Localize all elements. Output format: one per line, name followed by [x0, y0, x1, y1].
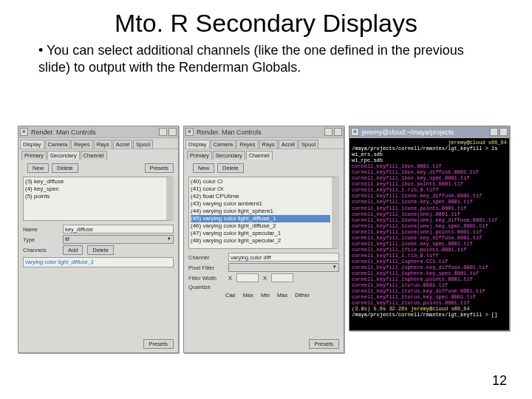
- list-item[interactable]: (44) varying color light_sphere1: [191, 208, 330, 215]
- toolbar-a: New Delete Presets: [18, 161, 178, 175]
- channel-label: Channel: [188, 254, 224, 261]
- delete-button[interactable]: Delete: [217, 163, 244, 173]
- tab-reyes[interactable]: Reyes: [71, 140, 92, 149]
- q-max2: Max: [277, 292, 287, 299]
- list-item[interactable]: (47) varying color light_specular_1: [191, 230, 330, 237]
- list-item[interactable]: (5) points: [25, 193, 165, 200]
- list-item[interactable]: (3) key_diffuse: [25, 178, 165, 185]
- tabs-a: Display Camera Reyes Rays Accel Spool: [18, 138, 178, 149]
- pixelfilter-select[interactable]: [228, 263, 339, 272]
- toolbar-label: [23, 165, 24, 171]
- tab-spool[interactable]: Spool: [299, 140, 318, 149]
- page-number: 12: [492, 373, 507, 389]
- list-item[interactable]: (46) varying color light_diffuse_2: [191, 222, 330, 230]
- add-button[interactable]: Add: [63, 245, 83, 255]
- subtab-primary[interactable]: Primary: [21, 151, 47, 160]
- tab-spool[interactable]: Spool: [133, 140, 153, 149]
- renderman-window-a: × Render. Man Controls Display Camera Re…: [18, 126, 179, 353]
- tab-display[interactable]: Display: [20, 140, 44, 149]
- maximize-icon[interactable]: [499, 128, 508, 136]
- minimize-icon[interactable]: [490, 128, 498, 136]
- terminal-title: jeremy@cloud:~/maya/projects: [362, 129, 490, 136]
- list-item[interactable]: (43) varying color ambient1: [191, 200, 330, 208]
- pixelfilter-label: Pixel Filter: [188, 265, 224, 271]
- x-label: X: [228, 275, 232, 282]
- subtab-secondary[interactable]: Secondary: [213, 151, 245, 160]
- window-title-a: Render. Man Controls: [31, 129, 159, 136]
- tab-accel[interactable]: Accel: [113, 140, 132, 149]
- subtabs-b: Primary Secondary Channel: [184, 149, 344, 161]
- q-cae: Cae: [225, 292, 236, 299]
- type-select[interactable]: tif: [63, 235, 174, 244]
- minimize-icon[interactable]: [324, 128, 332, 136]
- terminal-titlebar[interactable]: × jeremy@cloud:~/maya/projects: [349, 126, 509, 138]
- list-item[interactable]: (4) key_spec: [25, 185, 165, 193]
- list-item[interactable]: (48) varying color light_specular_2: [191, 237, 330, 245]
- renderman-window-b: × Render. Man Controls Display Camera Re…: [183, 126, 344, 353]
- slide-bullet: You can select additional channels (like…: [0, 41, 532, 86]
- tab-rays[interactable]: Rays: [259, 140, 278, 149]
- quantize-label: Quantize: [188, 284, 224, 290]
- channel-input[interactable]: varying color diff: [228, 253, 339, 262]
- list-item[interactable]: (40) color Ci: [191, 178, 330, 185]
- close-icon[interactable]: ×: [185, 128, 194, 136]
- panels-row: × Render. Man Controls Display Camera Re…: [18, 126, 514, 353]
- q-min: Min: [261, 292, 270, 299]
- tab-reyes[interactable]: Reyes: [236, 140, 258, 149]
- filter-y-input[interactable]: [271, 273, 293, 282]
- displays-list-a[interactable]: (3) key_diffuse(4) key_spec(5) points: [23, 177, 174, 221]
- q-max: Max: [243, 292, 253, 299]
- presets-button[interactable]: Presets: [145, 163, 174, 173]
- maximize-icon[interactable]: [168, 128, 177, 136]
- terminal-body[interactable]: jeremy@cloud x86_64/maya/projects/cornel…: [349, 138, 509, 330]
- subtab-channel[interactable]: Channel: [81, 151, 107, 160]
- minimize-icon[interactable]: [159, 128, 167, 136]
- slide-title: Mto. R Secondary Displays: [0, 0, 532, 41]
- toolbar-b: New Delete: [184, 161, 344, 175]
- tabs-b: Display Camera Reyes Rays Accel Spool: [184, 138, 344, 149]
- name-label: Name: [23, 226, 58, 233]
- y-label: X: [263, 275, 267, 282]
- channels-label: Channels: [23, 247, 58, 253]
- subtab-primary[interactable]: Primary: [187, 151, 212, 160]
- tab-camera[interactable]: Camera: [211, 140, 236, 149]
- list-item[interactable]: (42) float CPUtime: [191, 193, 330, 200]
- filterwidth-label: Filter Width: [188, 275, 224, 282]
- name-input[interactable]: key_diffuse: [63, 225, 174, 233]
- list-item[interactable]: (41) color Oi: [191, 185, 330, 193]
- tab-accel[interactable]: Accel: [279, 140, 298, 149]
- close-icon[interactable]: ×: [20, 128, 28, 136]
- filter-x-input[interactable]: [236, 273, 259, 282]
- presets-footer-a[interactable]: Presets: [143, 339, 174, 349]
- presets-footer-b[interactable]: Presets: [309, 339, 339, 349]
- channels-list-b[interactable]: (40) color Ci(41) color Oi(42) float CPU…: [188, 177, 339, 249]
- subtab-channel[interactable]: Channel: [246, 151, 273, 160]
- window-title-b: Render. Man Controls: [197, 129, 324, 136]
- tab-display[interactable]: Display: [185, 140, 210, 149]
- new-button[interactable]: New: [193, 163, 214, 173]
- tab-rays[interactable]: Rays: [94, 140, 112, 149]
- list-item[interactable]: (45) varying color light_diffuse_1: [191, 215, 330, 222]
- subtab-secondary[interactable]: Secondary: [47, 151, 80, 160]
- output-channel-line: varying color light_diffuse_1: [23, 257, 174, 267]
- terminal-window: × jeremy@cloud:~/maya/projects jeremy@cl…: [349, 126, 510, 331]
- type-label: Type: [23, 236, 58, 243]
- delete-chan-button[interactable]: Delete: [87, 245, 114, 255]
- subtabs-a: Primary Secondary Channel: [18, 149, 178, 161]
- q-dither: Dither: [295, 292, 310, 299]
- tab-camera[interactable]: Camera: [45, 140, 71, 149]
- delete-button[interactable]: Delete: [52, 163, 78, 173]
- close-icon[interactable]: ×: [351, 128, 359, 136]
- titlebar-a[interactable]: × Render. Man Controls: [18, 126, 178, 138]
- maximize-icon[interactable]: [334, 128, 342, 136]
- titlebar-b[interactable]: × Render. Man Controls: [184, 126, 344, 138]
- new-button[interactable]: New: [27, 163, 49, 173]
